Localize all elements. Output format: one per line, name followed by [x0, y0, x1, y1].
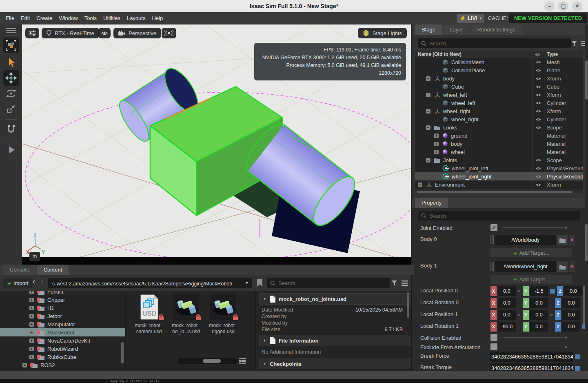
bookmark-icon[interactable] — [257, 279, 262, 287]
axis-z-value[interactable]: 0.0 — [562, 322, 580, 332]
visibility-eye-icon[interactable] — [535, 84, 541, 90]
file-card[interactable]: mock_robot_no_jo...s.usd — [169, 294, 203, 335]
stage-tree-header[interactable]: Name (Old to New) Type — [415, 51, 583, 58]
path-input[interactable] — [51, 278, 241, 289]
axis-x-value[interactable]: 0.0 — [498, 286, 516, 296]
maximize-button[interactable]: ▢ — [558, 1, 568, 11]
thumbnail-size-slider[interactable] — [178, 358, 237, 364]
stage-row[interactable]: −wheel_leftXform — [415, 91, 583, 99]
menu-file[interactable]: File — [2, 12, 18, 24]
tab-console[interactable]: Console — [3, 265, 36, 275]
eye-icon[interactable] — [535, 93, 541, 97]
axis-z-value[interactable]: 0.0 — [562, 310, 580, 320]
content-tree-row[interactable]: +NovaCarterDevKit — [0, 336, 125, 345]
expand-icon[interactable]: + — [29, 314, 34, 318]
tab-property[interactable]: Property — [415, 198, 448, 208]
visibility-eye-icon[interactable] — [535, 60, 541, 66]
tab-content[interactable]: Content — [37, 265, 69, 275]
stage-row[interactable]: +groundMaterial — [415, 131, 583, 140]
content-tree-row[interactable]: −MockRobot — [0, 328, 125, 336]
broadcast-button[interactable] — [162, 28, 176, 38]
keyframe-indicator[interactable] — [550, 289, 555, 294]
tab-layer[interactable]: Layer — [443, 24, 470, 35]
stage-row[interactable]: wheel_rightCylinder — [415, 115, 583, 123]
content-tree-row[interactable]: +Jetbot — [0, 312, 125, 320]
break-force-value[interactable]: 340282346638528859811704183484 — [490, 352, 573, 362]
content-tree-row[interactable]: +H1 — [0, 304, 125, 312]
stage-row[interactable]: CubeCube — [415, 82, 583, 91]
stage-row[interactable]: CollisionMeshMesh — [415, 58, 583, 66]
eye-icon[interactable] — [535, 174, 541, 179]
eye-icon[interactable] — [535, 76, 541, 81]
menu-utilities[interactable]: Utilities — [100, 12, 124, 24]
exclude-from-articulation-checkbox[interactable] — [490, 343, 497, 350]
file-card[interactable]: USDmock_robot_camera.usd — [132, 294, 166, 335]
collapse-icon[interactable]: − — [426, 109, 430, 114]
visibility-eye-icon[interactable] — [535, 174, 541, 180]
visibility-eye-icon[interactable] — [535, 76, 541, 82]
expand-icon[interactable]: + — [434, 150, 439, 154]
visibility-eye-icon[interactable] — [535, 158, 541, 164]
keyframe-indicator[interactable] — [575, 354, 580, 359]
file-information-header[interactable]: ▼ File Information — [259, 335, 411, 346]
stage-row[interactable]: −wheel_rightXform — [415, 107, 583, 115]
eye-icon[interactable] — [535, 183, 541, 187]
tab-render-settings[interactable]: Render Settings — [471, 24, 522, 35]
slider-thumb[interactable] — [203, 359, 221, 363]
stage-scrollbar-thumb[interactable] — [585, 60, 588, 100]
collision-enabled-checkbox[interactable] — [490, 334, 497, 341]
remove-target-button[interactable]: ✕ — [569, 261, 575, 272]
axis-x-value[interactable]: 0.0 — [498, 298, 516, 308]
visibility-eye-icon[interactable] — [535, 100, 541, 107]
move-tool-button[interactable] — [3, 70, 19, 86]
collapse-icon[interactable]: − — [426, 125, 430, 130]
file-details-header[interactable]: ▼ mock_robot_no_joints.usd — [259, 293, 411, 305]
back-button[interactable]: ‹ — [33, 277, 35, 286]
scale-tool-button[interactable] — [3, 101, 19, 117]
stage-hscrollbar[interactable] — [416, 190, 583, 193]
menu-help[interactable]: Help — [149, 12, 166, 24]
filter-icon[interactable] — [572, 41, 578, 47]
file-card[interactable]: mock_robot_rigged.usd — [206, 294, 240, 335]
axis-y-value[interactable]: 0.0 — [530, 298, 548, 308]
live-dropdown[interactable]: ▼ — [477, 14, 484, 23]
expand-icon[interactable]: + — [22, 363, 27, 367]
stage-row[interactable]: −bodyXform — [415, 74, 583, 82]
stage-row[interactable]: +EnvironmentXform — [415, 180, 583, 189]
visibility-eye-icon[interactable] — [535, 68, 541, 74]
rotate-tool-button[interactable] — [3, 86, 19, 101]
details-scrollbar[interactable] — [407, 292, 409, 318]
forward-button[interactable]: › — [41, 277, 43, 286]
drag-handle[interactable] — [490, 234, 494, 246]
keyframe-indicator[interactable] — [575, 366, 580, 371]
axis-y-value[interactable]: 0.0 — [530, 310, 548, 320]
eye-icon[interactable] — [535, 117, 541, 122]
browse-folder-button[interactable] — [557, 235, 568, 245]
grip-icon[interactable] — [6, 28, 16, 33]
content-tree-row[interactable]: +RubiksCube — [0, 353, 125, 361]
snap-tool-button[interactable] — [3, 122, 19, 137]
axis-z-value[interactable]: 0.0 — [562, 298, 580, 308]
stage-row[interactable]: wheel_joint_rightPhysicsRevolute — [415, 172, 583, 180]
stage-row[interactable]: CollisionPlanePlane — [415, 66, 583, 74]
version-notice[interactable]: NEW VERSION DETECTED — [509, 13, 587, 23]
eye-icon[interactable] — [535, 68, 541, 73]
expand-icon[interactable]: + — [29, 306, 34, 310]
body1-value[interactable]: /World/wheel_right — [495, 261, 556, 272]
browse-folder-button[interactable] — [557, 261, 568, 272]
play-button[interactable] — [3, 142, 19, 158]
expand-icon[interactable]: + — [29, 347, 34, 351]
remove-target-button[interactable]: ✕ — [569, 235, 575, 245]
menu-layouts[interactable]: Layouts — [124, 12, 149, 24]
body0-value[interactable]: /World/body — [495, 235, 556, 245]
add-target-button[interactable]: +Add Target... — [490, 248, 572, 257]
stage-row[interactable]: −JointsScope — [415, 156, 583, 164]
viewport-settings-button[interactable] — [25, 28, 39, 38]
visibility-button[interactable] — [98, 28, 111, 38]
eye-icon[interactable] — [535, 101, 541, 105]
checkpoints-header[interactable]: ▼ Checkpoints — [259, 359, 411, 369]
content-tree-scrollbar[interactable] — [121, 342, 124, 363]
select-tool-button[interactable] — [3, 55, 19, 70]
menu-tools[interactable]: Tools — [81, 12, 100, 24]
expand-icon[interactable]: + — [29, 322, 34, 327]
